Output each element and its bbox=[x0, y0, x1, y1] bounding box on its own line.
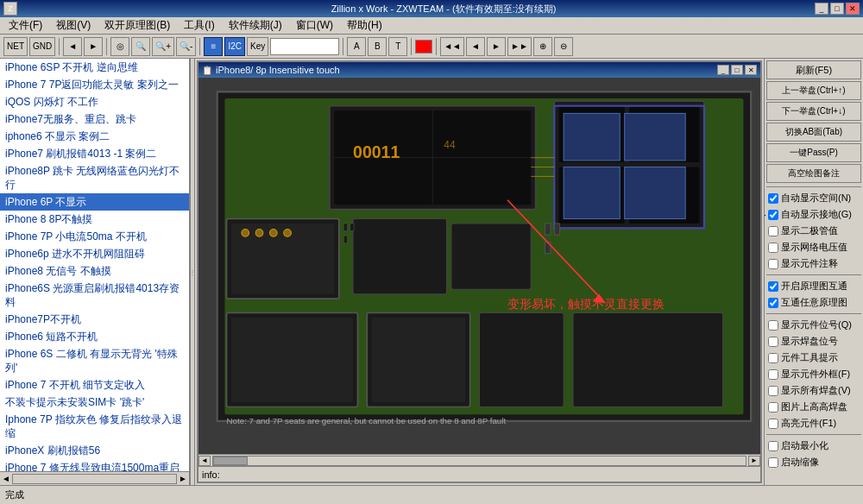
any-schematic-checkbox[interactable] bbox=[768, 298, 778, 308]
list-item[interactable]: iPhone6 短路不开机 bbox=[0, 328, 189, 345]
show-all-pads-checkbox[interactable] bbox=[768, 386, 778, 396]
checkbox-diode[interactable]: 显示二极管值 bbox=[766, 224, 861, 238]
list-item[interactable]: iPhoneX 刷机报错56 bbox=[0, 442, 189, 459]
toolbar-zoom-out-btn[interactable]: 🔍- bbox=[176, 37, 196, 56]
high-pad-checkbox[interactable] bbox=[768, 402, 778, 413]
menu-window[interactable]: 窗口(W) bbox=[291, 16, 338, 35]
close-button[interactable]: ✕ bbox=[846, 3, 860, 15]
toolbar-search-btn[interactable]: 🔍 bbox=[131, 37, 150, 56]
toolbar-t-btn[interactable]: T bbox=[388, 37, 407, 56]
menu-renew[interactable]: 软件续期(J) bbox=[224, 16, 287, 35]
maximize-button[interactable]: □ bbox=[830, 3, 844, 15]
auto-space-checkbox[interactable] bbox=[768, 193, 778, 204]
expand-arrow-left[interactable]: ◄ bbox=[0, 474, 12, 483]
switch-ab-button[interactable]: 切换AB面(Tab) bbox=[766, 123, 861, 142]
toolbar-extra4-btn[interactable]: ►► bbox=[507, 37, 532, 56]
one-pass-button[interactable]: 一键Pass(P) bbox=[766, 143, 861, 162]
sub-close-btn[interactable]: ✕ bbox=[745, 65, 757, 75]
menu-view[interactable]: 视图(V) bbox=[51, 16, 96, 35]
menu-help[interactable]: 帮助(H) bbox=[342, 16, 387, 35]
list-item[interactable]: iPhone7无服务、重启、跳卡 bbox=[0, 110, 189, 128]
list-item[interactable]: iPhone6S 光源重启刷机报错4013存资料 bbox=[0, 280, 189, 311]
checkbox-schematic-link[interactable]: 开启原理图互通 bbox=[766, 279, 861, 293]
list-item[interactable]: Iphone 7P 指纹灰色 修复后指纹录入退缩 bbox=[0, 411, 189, 442]
menu-file[interactable]: 文件(F) bbox=[3, 16, 47, 35]
checkbox-highlight[interactable]: 高亮元件(F1) bbox=[766, 416, 861, 431]
checkbox-show-ref[interactable]: 显示元件位号(Q) bbox=[766, 318, 861, 332]
h-scroll-thumb[interactable] bbox=[213, 457, 248, 465]
checkbox-any-schematic[interactable]: 互通任意原理图 bbox=[766, 295, 861, 310]
list-item[interactable]: iPhone 7P 小电流50ma 不开机 bbox=[0, 228, 189, 245]
net-voltage-checkbox[interactable] bbox=[768, 243, 778, 253]
list-item[interactable]: iPhone 8 8P不触摸 bbox=[0, 211, 189, 228]
toolbar-i2c-btn[interactable]: I2C bbox=[224, 37, 245, 56]
list-item[interactable]: iPhone8P 跳卡 无线网络蓝色闪光灯不行 bbox=[0, 162, 189, 193]
list-item[interactable]: iPhone 7 修无线导致电流1500ma重启 bbox=[0, 459, 189, 471]
list-item[interactable]: iPhone7 刷机报错4013 -1 案例二 bbox=[0, 145, 189, 162]
list-item[interactable]: 不装卡提示未安装SIM卡 '跳卡' bbox=[0, 394, 189, 411]
aerial-note-button[interactable]: 高空绘图备注 bbox=[766, 164, 861, 183]
checkbox-show-outline[interactable]: 显示元件外框(F) bbox=[766, 367, 861, 381]
show-pad-ref-checkbox[interactable] bbox=[768, 337, 778, 347]
scroll-left-btn[interactable]: ◄ bbox=[198, 456, 211, 466]
diode-checkbox[interactable] bbox=[768, 226, 778, 236]
schematic-link-checkbox[interactable] bbox=[768, 281, 778, 292]
show-outline-checkbox[interactable] bbox=[768, 369, 778, 380]
list-item[interactable]: iPhone 6S 二修机 有显示无背光 '特殊列' bbox=[0, 345, 189, 376]
list-item[interactable]: iPhone8 无信号 不触摸 bbox=[0, 262, 189, 280]
list-item[interactable]: iPhone7P不开机 bbox=[0, 311, 189, 328]
toolbar-circle-btn[interactable]: ◎ bbox=[110, 37, 129, 56]
checkbox-auto-ground[interactable]: ► 自动显示接地(G) bbox=[766, 207, 861, 222]
toolbar-list-btn[interactable]: ≡ bbox=[204, 37, 223, 56]
list-item[interactable]: iPhone 7 7P返回功能太灵敏 案列之一 bbox=[0, 76, 189, 93]
toolbar-zoom-in-btn[interactable]: 🔍+ bbox=[152, 37, 174, 56]
sub-minimize-btn[interactable]: _ bbox=[717, 65, 729, 75]
checkbox-show-all-pads[interactable]: 显示所有焊盘(V) bbox=[766, 383, 861, 398]
expand-arrow-right[interactable]: ► bbox=[177, 474, 189, 483]
sub-window-buttons[interactable]: _ □ ✕ bbox=[717, 65, 757, 75]
comp-tooltip-checkbox[interactable] bbox=[768, 353, 778, 363]
next-board-button[interactable]: 下一举盘(Ctrl+↓) bbox=[766, 102, 861, 121]
toolbar-extra5-btn[interactable]: ⊕ bbox=[533, 37, 552, 56]
checkbox-auto-space[interactable]: 自动显示空间(N) bbox=[766, 191, 861, 205]
toolbar-b-btn[interactable]: B bbox=[368, 37, 387, 56]
toolbar-a-btn[interactable]: A bbox=[347, 37, 366, 56]
toolbar-prev-btn[interactable]: ◄ bbox=[63, 37, 82, 56]
menu-schematic[interactable]: 双开原理图(B) bbox=[99, 16, 175, 35]
toolbar-extra2-btn[interactable]: ◄ bbox=[466, 37, 485, 56]
list-item[interactable]: iPhone6p 进水不开机网阻阻碍 bbox=[0, 245, 189, 262]
left-scrollbar-thumb[interactable] bbox=[12, 474, 177, 484]
show-ref-checkbox[interactable] bbox=[768, 320, 778, 331]
toolbar-gnd-btn[interactable]: GND bbox=[29, 37, 55, 56]
highlight-checkbox[interactable] bbox=[768, 419, 778, 429]
menu-tools[interactable]: 工具(I) bbox=[179, 16, 219, 35]
checkbox-net-voltage[interactable]: 显示网络电压值 bbox=[766, 240, 861, 255]
toolbar-extra3-btn[interactable]: ► bbox=[487, 37, 506, 56]
comp-notes-checkbox[interactable] bbox=[768, 259, 778, 269]
checkbox-comp-notes[interactable]: 显示元件注释 bbox=[766, 256, 861, 271]
list-item[interactable]: iphone6 不显示 案例二 bbox=[0, 128, 189, 145]
scroll-right-btn[interactable]: ► bbox=[748, 456, 760, 466]
toolbar-extra6-btn[interactable]: ⊖ bbox=[554, 37, 573, 56]
h-scroll-track[interactable] bbox=[212, 456, 746, 466]
list-item[interactable]: iQOS 闪烁灯 不工作 bbox=[0, 93, 189, 110]
schematic-area[interactable]: 00011 44 bbox=[198, 78, 760, 454]
refresh-button[interactable]: 刷新(F5) bbox=[766, 60, 861, 79]
prev-board-button[interactable]: 上一举盘(Ctrl+↑) bbox=[766, 81, 861, 100]
checkbox-startup-thumb[interactable]: 启动缩像 bbox=[766, 455, 861, 469]
toolbar-search-input[interactable] bbox=[270, 38, 339, 55]
toolbar-net-btn[interactable]: NET bbox=[3, 37, 28, 56]
window-controls[interactable]: _ □ ✕ bbox=[815, 3, 860, 15]
sub-h-scrollbar[interactable]: ◄ ► bbox=[198, 454, 760, 466]
checkbox-high-pad[interactable]: 图片上高高焊盘 bbox=[766, 400, 861, 414]
checkbox-comp-tooltip[interactable]: 元件工具提示 bbox=[766, 350, 861, 365]
minimize-button[interactable]: _ bbox=[815, 3, 828, 15]
startup-thumb-checkbox[interactable] bbox=[768, 457, 778, 468]
startup-min-checkbox[interactable] bbox=[768, 441, 778, 451]
sub-maximize-btn[interactable]: □ bbox=[731, 65, 743, 75]
list-item[interactable]: iPhone 7 不开机 细节支定收入 bbox=[0, 376, 189, 394]
toolbar-extra1-btn[interactable]: ◄◄ bbox=[440, 37, 464, 56]
file-list-scroll[interactable]: iPhone 6SP 不开机 逆向思维iPhone 7 7P返回功能太灵敏 案列… bbox=[0, 59, 189, 471]
toolbar-next-btn[interactable]: ► bbox=[84, 37, 103, 56]
list-item[interactable]: iPhone 6P 不显示 bbox=[0, 193, 189, 211]
